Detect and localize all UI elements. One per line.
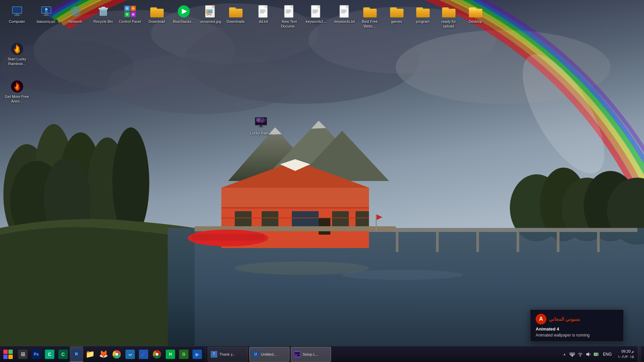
keywords-txt-label: keywords.txt <box>334 19 355 24</box>
desktop-icon-bluestacks[interactable]: BlueStacks... <box>169 3 198 26</box>
ddtxt-label: dd.txt <box>259 19 268 24</box>
svg-rect-60 <box>45 14 48 15</box>
desktop-icon-program[interactable]: program <box>409 3 437 26</box>
desktop-icon-games[interactable]: games <box>382 3 411 26</box>
tray-icon-volume[interactable] <box>585 351 592 358</box>
taskbar-file-explorer[interactable]: 📁 <box>83 346 97 362</box>
tray-show-hidden[interactable]: ▲ <box>561 352 568 357</box>
keywords2-icon <box>310 5 323 18</box>
svg-rect-50 <box>191 234 265 241</box>
svg-rect-34 <box>557 232 559 252</box>
program-label: program <box>416 19 430 24</box>
ready-upload-folder-icon <box>442 5 455 18</box>
tray-icon-wifi[interactable] <box>577 351 584 358</box>
svg-rect-30 <box>396 232 398 252</box>
svg-rect-142 <box>570 353 575 354</box>
desktop-icon-keywords2[interactable]: keywords2... <box>302 3 330 26</box>
desktop-icon-downloads[interactable]: Downloads <box>221 3 250 26</box>
taskbar-firefox[interactable]: 🦊 <box>97 346 110 362</box>
taskbar-running-apps: T Thank y... U Untitled... Setup L... <box>206 346 559 362</box>
svg-rect-56 <box>14 15 20 16</box>
best-free-label: Best Free Webc... <box>357 19 383 29</box>
ddtxt-icon <box>257 5 270 18</box>
svg-rect-146 <box>598 354 599 355</box>
svg-rect-54 <box>13 7 21 13</box>
desktop-icon-desktop[interactable]: Desktop <box>461 3 490 26</box>
taskbar-window-untitled[interactable]: U Untitled... <box>249 347 289 362</box>
taskbar-recording[interactable]: R <box>70 346 83 362</box>
file-explorer-icon: 📁 <box>85 350 95 359</box>
svg-rect-33 <box>517 232 519 252</box>
svg-rect-41 <box>262 211 278 228</box>
svg-rect-145 <box>594 353 597 355</box>
setup-window-icon <box>294 351 301 358</box>
taskbar-chrome2[interactable] <box>150 346 164 362</box>
taskbar-greenshot[interactable]: G <box>177 346 191 362</box>
desktop-icon-keywords-txt[interactable]: keywords.txt <box>330 3 359 26</box>
new-text-doc-icon <box>283 5 296 18</box>
setup-window-label: Setup L... <box>303 352 318 356</box>
recording-icon: R <box>72 349 81 359</box>
desktop-icon-ready-upload[interactable]: ready for upload <box>434 3 463 31</box>
comet-icon: ☄ <box>139 350 148 359</box>
hola-icon: H <box>166 350 175 359</box>
taskbar-hola[interactable]: H <box>164 346 177 362</box>
svg-rect-70 <box>101 7 105 8</box>
desktop-folder-label: Desktop <box>469 19 482 24</box>
untitled-window-icon: U <box>252 351 259 358</box>
taskbar-ssplayer[interactable]: ▶ <box>191 346 204 362</box>
best-free-folder-icon <box>363 5 377 18</box>
taskbar-camtasia[interactable]: C <box>43 346 56 362</box>
svg-rect-35 <box>597 232 600 252</box>
tray-icon-network[interactable] <box>569 351 576 358</box>
get-more-label: Get More Free Anim... <box>4 94 30 104</box>
desktop-icon-download[interactable]: Download <box>143 3 171 26</box>
taskbar-chrome[interactable] <box>110 346 123 362</box>
taskbar-camtasia2[interactable]: C <box>56 346 70 362</box>
taskbar-arabic-browser[interactable]: ب <box>123 346 137 362</box>
taskbar-window-thank-you[interactable]: T Thank y... <box>208 347 248 362</box>
svg-point-78 <box>126 7 128 10</box>
desktop-folder-icon <box>469 5 482 18</box>
windows-logo-icon <box>3 350 13 359</box>
desktop-icon-computer[interactable]: Computer <box>3 3 31 26</box>
notification-body: Animated wallpaper is running <box>536 333 618 338</box>
chrome2-icon <box>153 350 161 359</box>
desktop-icon-ddtxt[interactable]: dd.txt <box>249 3 278 26</box>
taskbar-action-center[interactable]: ⊞ <box>16 346 30 362</box>
desktop-icon-unnamed-jpg[interactable]: JPG unnamed.jpg <box>196 3 225 26</box>
svg-point-7 <box>107 54 295 114</box>
taskbar-photoshop[interactable]: Ps <box>30 346 43 362</box>
svg-marker-143 <box>586 352 589 356</box>
svg-rect-61 <box>43 15 49 16</box>
tray-language[interactable]: ENG <box>601 352 614 357</box>
computer-icon <box>10 5 24 18</box>
taskbar: ⊞ Ps C C R 📁 🦊 <box>0 346 644 362</box>
desktop-icon-recycle[interactable]: Recycle Bin <box>89 3 117 26</box>
desktop-icon-start-lucky[interactable]: Start Lucky Rainbow... <box>3 40 31 68</box>
untitled-window-label: Untitled... <box>261 352 276 356</box>
svg-rect-40 <box>235 211 252 228</box>
tray-clock[interactable]: 09:20 م ١٠/١/٢٠١٥ <box>615 346 637 362</box>
desktop-icon-get-more[interactable]: Get More Free Anim... <box>3 78 31 106</box>
basuonypc-icon <box>40 5 53 18</box>
get-more-icon <box>10 80 24 93</box>
svg-point-81 <box>132 13 135 16</box>
tray-icon-battery[interactable] <box>593 351 600 358</box>
start-button[interactable] <box>0 346 16 362</box>
desktop-icon-new-text-doc[interactable]: New Text Docume... <box>275 3 304 31</box>
notification-brand: بسيوني المجاني <box>549 316 580 322</box>
svg-rect-43 <box>332 211 349 228</box>
desktop-icon-network[interactable]: Network <box>61 3 90 26</box>
desktop-icon-basuonypc[interactable]: basuony.pc <box>32 3 60 26</box>
basuonypc-label: basuony.pc <box>37 19 55 24</box>
svg-rect-51 <box>376 215 377 231</box>
notification-popup[interactable]: A بسيوني المجاني Animated 4 Animated wal… <box>530 309 624 342</box>
desktop-icon-control-panel[interactable]: Control Panel <box>116 3 144 26</box>
desktop-icon-best-free[interactable]: Best Free Webc... <box>356 3 384 31</box>
taskbar-window-setup[interactable]: Setup L... <box>291 347 331 362</box>
jpg-icon: JPG <box>204 5 217 18</box>
show-desktop-button[interactable] <box>638 346 641 362</box>
network-icon <box>69 5 82 18</box>
taskbar-comet[interactable]: ☄ <box>137 346 150 362</box>
